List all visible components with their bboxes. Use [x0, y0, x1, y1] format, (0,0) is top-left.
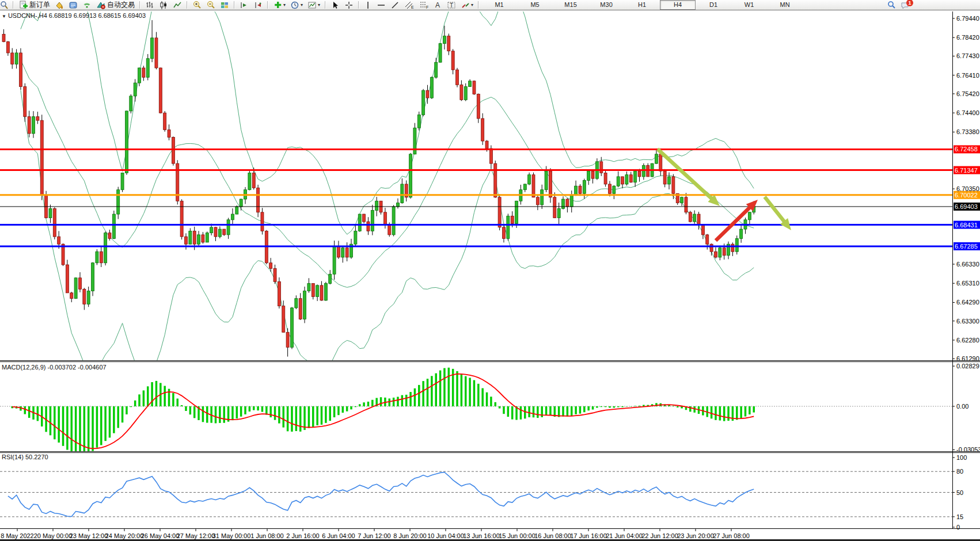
periods-button[interactable]: ▾: [288, 0, 305, 10]
svg-text:6.67285: 6.67285: [955, 243, 978, 250]
svg-text:T: T: [450, 2, 453, 9]
notifications-button[interactable]: 1: [899, 0, 918, 10]
toolbar-separator: [478, 1, 479, 9]
auto-scroll-icon: [240, 1, 249, 10]
svg-text:100: 100: [956, 454, 967, 461]
new-order-button[interactable]: 新订单: [17, 0, 52, 10]
symbol-search-button[interactable]: [0, 0, 10, 10]
svg-text:6.79440: 6.79440: [956, 15, 979, 22]
text-label-button[interactable]: T: [445, 0, 458, 10]
chart-canvas[interactable]: 6.724586.713476.700226.694036.684316.672…: [0, 11, 980, 541]
toolbar-separator: [325, 1, 326, 9]
svg-text:-0.030537: -0.030537: [956, 446, 980, 453]
bar-chart-button[interactable]: [143, 0, 156, 10]
timeframe-h4-button[interactable]: H4: [660, 0, 696, 10]
timeframe-h1-button[interactable]: H1: [624, 0, 660, 10]
auto-scroll-button[interactable]: [238, 0, 250, 10]
arrows-button[interactable]: ▾: [459, 0, 475, 10]
svg-text:15 Jun 00:00: 15 Jun 00:00: [499, 532, 535, 539]
macd-indicator-label: MACD(12,26,9) -0.003702 -0.004607: [2, 364, 107, 371]
svg-text:7 Jun 12:00: 7 Jun 12:00: [358, 532, 391, 539]
equidistant-channel-icon: E: [404, 1, 415, 10]
svg-text:6.70022: 6.70022: [955, 192, 978, 199]
equidistant-channel-button[interactable]: E: [402, 0, 416, 10]
toolbar: 新订单 自动交易: [0, 0, 980, 10]
line-chart-button[interactable]: [171, 0, 184, 10]
svg-text:50: 50: [956, 489, 963, 496]
svg-text:6.65310: 6.65310: [956, 280, 979, 287]
svg-text:27 May 12:00: 27 May 12:00: [177, 532, 215, 539]
svg-text:6.64290: 6.64290: [956, 299, 979, 306]
arrows-tool-icon: [461, 1, 470, 10]
indicators-button[interactable]: ▾: [271, 0, 287, 10]
fibonacci-icon: F: [419, 1, 430, 10]
cursor-icon: [331, 1, 340, 10]
search-icon: [887, 1, 896, 10]
timeframe-mn-button[interactable]: MN: [767, 0, 803, 10]
chart-shift-icon: [253, 1, 263, 10]
horizontal-line-button[interactable]: [375, 0, 388, 10]
timeframe-d1-button[interactable]: D1: [696, 0, 731, 10]
svg-text:0.00: 0.00: [956, 403, 968, 410]
fibonacci-button[interactable]: F: [417, 0, 431, 10]
svg-text:6 Jun 04:00: 6 Jun 04:00: [322, 532, 355, 539]
svg-text:6.72458: 6.72458: [955, 146, 978, 153]
svg-text:0: 0: [956, 524, 960, 531]
svg-text:6.70350: 6.70350: [956, 185, 979, 192]
vertical-line-button[interactable]: [362, 0, 374, 10]
text-button[interactable]: A: [432, 0, 444, 10]
line-chart-icon: [173, 1, 182, 10]
indicators-icon: [273, 1, 282, 10]
tile-windows-button[interactable]: [218, 0, 231, 10]
svg-text:23 Jun 20:00: 23 Jun 20:00: [677, 532, 714, 539]
crosshair-button[interactable]: [343, 0, 355, 10]
svg-text:6.69403: 6.69403: [955, 203, 978, 210]
zoom-in-button[interactable]: [191, 0, 203, 10]
auto-trading-button[interactable]: 自动交易: [94, 0, 136, 10]
toolbar-separator: [234, 1, 235, 9]
timeframe-w1-button[interactable]: W1: [731, 0, 767, 10]
signal-icon: [82, 1, 92, 10]
dropdown-arrow-icon: ▾: [318, 2, 320, 7]
svg-text:E: E: [411, 5, 414, 9]
templates-button[interactable]: ▾: [306, 0, 322, 10]
svg-text:6.66330: 6.66330: [956, 261, 979, 268]
timeframe-m30-button[interactable]: M30: [588, 0, 624, 10]
timeframe-m5-button[interactable]: M5: [517, 0, 553, 10]
paint-bucket-button[interactable]: [53, 0, 66, 10]
template-icon: [307, 1, 317, 10]
magnifier-icon: [0, 1, 8, 10]
cursor-button[interactable]: [329, 0, 341, 10]
svg-text:24 May 20:00: 24 May 20:00: [105, 532, 144, 539]
trendline-button[interactable]: [389, 0, 401, 10]
svg-text:6.73380: 6.73380: [956, 128, 979, 135]
clock-icon: [290, 1, 299, 10]
chart-shift-button[interactable]: [252, 0, 264, 10]
symbol-ohlc-text: USDCNH-,H4 6.68819 6.69913 6.68615 6.694…: [8, 12, 146, 19]
svg-text:8 May 2022: 8 May 2022: [1, 532, 33, 539]
zoom-out-button[interactable]: [204, 0, 217, 10]
bar-chart-icon: [145, 1, 154, 10]
toolbar-separator: [358, 1, 359, 9]
toolbar-separator: [187, 1, 188, 9]
svg-text:6.74400: 6.74400: [956, 109, 979, 116]
timeframe-m1-button[interactable]: M1: [481, 0, 517, 10]
paint-bucket-icon: [55, 1, 64, 10]
svg-text:27 Jun 08:00: 27 Jun 08:00: [713, 532, 750, 539]
tile-windows-icon: [220, 1, 229, 10]
toolbar-right-icons: 1: [884, 0, 919, 10]
metaeditor-button[interactable]: [67, 0, 79, 10]
svg-text:6.78420: 6.78420: [956, 34, 979, 41]
timeframe-m15-button[interactable]: M15: [553, 0, 588, 10]
collapse-triangle-icon: ▼: [2, 14, 6, 19]
toolbar-separator: [139, 1, 140, 9]
chart-window[interactable]: 6.724586.713476.700226.694036.684316.672…: [0, 11, 980, 541]
new-order-icon: [18, 1, 28, 10]
candlestick-chart-button[interactable]: [157, 0, 170, 10]
search-button[interactable]: [885, 0, 898, 10]
svg-text:17 Jun 16:00: 17 Jun 16:00: [570, 532, 607, 539]
svg-text:6.61290: 6.61290: [956, 355, 979, 362]
horizontal-line-icon: [377, 1, 386, 10]
signals-button[interactable]: [81, 0, 93, 10]
candlestick-chart-icon: [159, 1, 168, 10]
